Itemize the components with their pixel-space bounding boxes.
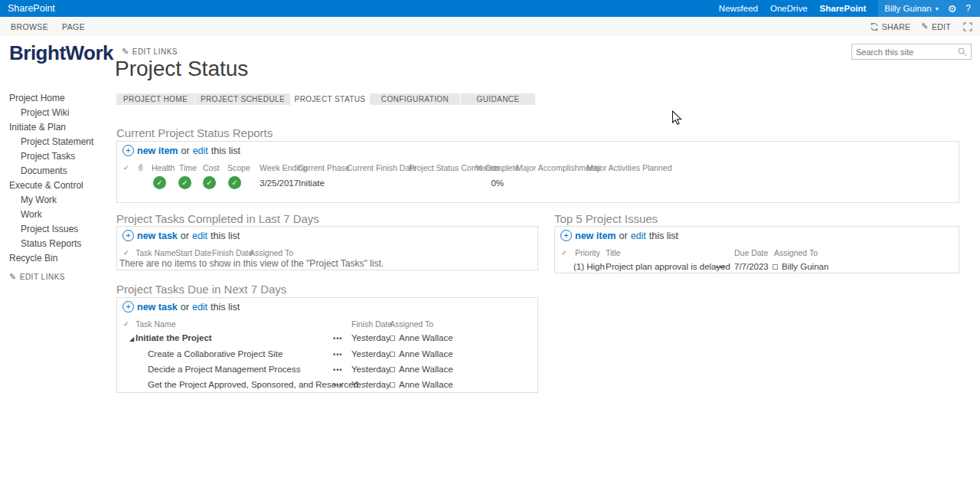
issue-assigned-to[interactable]: Billy Guinan bbox=[773, 262, 828, 271]
sidebar-item-execute-and-control[interactable]: Execute & Control bbox=[0, 178, 115, 193]
item-menu-icon[interactable]: ••• bbox=[333, 351, 342, 358]
edit-list-link[interactable]: edit bbox=[193, 146, 208, 156]
assignee-name[interactable]: Anne Wallace bbox=[399, 349, 453, 358]
task-assigned-to[interactable]: Anne Wallace bbox=[390, 349, 453, 358]
sidebar-item-documents[interactable]: Documents bbox=[0, 164, 115, 178]
task-assigned-to[interactable]: Anne Wallace bbox=[390, 380, 453, 389]
select-all-check-icon[interactable]: ✓ bbox=[561, 249, 567, 257]
task-name[interactable]: Decide a Project Management Process bbox=[148, 365, 300, 374]
column-header-cost[interactable]: Cost bbox=[203, 163, 220, 172]
tab-project-schedule[interactable]: PROJECT SCHEDULE bbox=[195, 93, 290, 105]
suitebar-user-zone: Billy Guinan ▾ ⚙ ? bbox=[878, 0, 980, 17]
column-header-current-finish-date[interactable]: Current Finish Date bbox=[347, 163, 416, 172]
column-header-task-name[interactable]: Task Name bbox=[136, 319, 176, 329]
sidebar-item-my-work[interactable]: My Work bbox=[0, 193, 115, 208]
task-finish-date: Yesterday bbox=[351, 349, 390, 358]
new-task-link[interactable]: new task bbox=[137, 302, 178, 313]
search-icon[interactable] bbox=[957, 47, 967, 57]
column-header-due-date[interactable]: Due Date bbox=[734, 248, 768, 257]
presence-checkbox[interactable] bbox=[390, 382, 395, 388]
sidebar-item-recycle-bin[interactable]: Recycle Bin bbox=[0, 251, 115, 266]
column-header-start-date[interactable]: Start Date bbox=[175, 248, 211, 257]
help-icon[interactable]: ? bbox=[965, 3, 971, 14]
column-header-assigned-to[interactable]: Assigned To bbox=[774, 248, 818, 257]
add-icon[interactable]: + bbox=[122, 145, 134, 156]
column-header-scope[interactable]: Scope bbox=[227, 163, 250, 172]
ribbon-tab-page[interactable]: PAGE bbox=[62, 22, 85, 31]
sidebar-item-project-issues[interactable]: Project Issues bbox=[0, 222, 115, 237]
tab-configuration[interactable]: CONFIGURATION bbox=[370, 93, 460, 105]
column-header-task-name[interactable]: Task Name bbox=[136, 248, 176, 257]
search-input[interactable] bbox=[852, 47, 957, 57]
week-ending-value[interactable]: 3/25/2017 bbox=[260, 178, 299, 188]
edit-links-sidebar[interactable]: ✎ EDIT LINKS bbox=[0, 272, 115, 282]
new-item-link[interactable]: new item bbox=[137, 146, 178, 156]
task-assigned-to[interactable]: Anne Wallace bbox=[390, 365, 453, 374]
task-assigned-to[interactable]: Anne Wallace bbox=[390, 333, 453, 342]
sidebar-item-project-home[interactable]: Project Home bbox=[0, 91, 115, 106]
select-all-check-icon[interactable]: ✓ bbox=[123, 320, 129, 328]
sidebar-item-work[interactable]: Work bbox=[0, 208, 115, 222]
column-header-assigned-to[interactable]: Assigned To bbox=[390, 319, 433, 329]
column-header-priority[interactable]: Priority bbox=[575, 248, 600, 257]
sidebar-item-initiate-and-plan[interactable]: Initiate & Plan bbox=[0, 120, 115, 135]
tab-project-status[interactable]: PROJECT STATUS bbox=[291, 93, 369, 105]
task-name[interactable]: Create a Collaborative Project Site bbox=[148, 349, 283, 358]
item-menu-icon[interactable]: ••• bbox=[333, 366, 342, 374]
new-item-link[interactable]: new item bbox=[575, 231, 616, 241]
site-logo[interactable]: BrightWork bbox=[9, 41, 113, 65]
task-name[interactable]: Initiate the Project bbox=[136, 333, 212, 342]
edit-links-top[interactable]: ✎ EDIT LINKS bbox=[122, 47, 178, 57]
tab-project-home[interactable]: PROJECT HOME bbox=[116, 93, 194, 105]
collapse-triangle-icon[interactable]: ◢ bbox=[129, 336, 134, 342]
sidebar-item-project-tasks[interactable]: Project Tasks bbox=[0, 149, 115, 164]
select-all-check-icon[interactable]: ✓ bbox=[123, 249, 129, 257]
presence-checkbox[interactable] bbox=[390, 352, 395, 357]
focus-on-content-icon[interactable] bbox=[963, 22, 972, 31]
share-button[interactable]: SHARE bbox=[870, 22, 911, 31]
suitebar-link-onedrive[interactable]: OneDrive bbox=[770, 4, 808, 13]
add-icon[interactable]: + bbox=[560, 230, 572, 241]
column-header-finish-date[interactable]: Finish Date bbox=[351, 319, 392, 329]
user-menu[interactable]: Billy Guinan ▾ bbox=[884, 4, 947, 13]
add-icon[interactable]: + bbox=[122, 230, 134, 241]
presence-checkbox[interactable] bbox=[390, 336, 395, 341]
item-menu-icon[interactable]: ••• bbox=[333, 335, 342, 342]
column-header-current-phase[interactable]: Current Phase bbox=[298, 163, 350, 172]
item-menu-icon[interactable]: ••• bbox=[716, 264, 725, 271]
assignee-name[interactable]: Anne Wallace bbox=[399, 380, 453, 389]
column-header-finish-date[interactable]: Finish Date bbox=[212, 248, 253, 257]
edit-list-link[interactable]: edit bbox=[192, 302, 207, 313]
column-header-percent-complete[interactable]: % Complete bbox=[475, 163, 519, 172]
suitebar-link-sharepoint[interactable]: SharePoint bbox=[820, 4, 867, 13]
item-menu-icon[interactable]: ••• bbox=[333, 381, 342, 389]
suitebar-brand[interactable]: SharePoint bbox=[8, 3, 55, 14]
task-name[interactable]: Get the Project Approved, Sponsored, and… bbox=[148, 380, 358, 389]
assignee-name[interactable]: Anne Wallace bbox=[399, 365, 453, 374]
gear-icon[interactable]: ⚙ bbox=[948, 3, 957, 15]
tab-guidance[interactable]: GUIDANCE bbox=[461, 93, 535, 105]
edit-list-link[interactable]: edit bbox=[631, 231, 646, 241]
add-icon[interactable]: + bbox=[122, 301, 134, 313]
issue-title[interactable]: Project plan approval is delayed bbox=[606, 262, 730, 271]
new-task-link[interactable]: new task bbox=[137, 231, 178, 241]
assignee-name[interactable]: Billy Guinan bbox=[782, 262, 828, 271]
edit-list-link[interactable]: edit bbox=[192, 231, 207, 241]
sidebar-item-project-wiki[interactable]: Project Wiki bbox=[0, 106, 115, 120]
column-header-title[interactable]: Title bbox=[606, 248, 620, 257]
presence-checkbox[interactable] bbox=[390, 367, 395, 372]
column-header-major-activities[interactable]: Major Activities Planned bbox=[586, 163, 671, 172]
presence-checkbox[interactable] bbox=[773, 264, 778, 270]
ribbon-tab-browse[interactable]: BROWSE bbox=[11, 22, 48, 31]
select-all-check-icon[interactable]: ✓ bbox=[123, 164, 129, 172]
pencil-icon: ✎ bbox=[921, 21, 929, 31]
sidebar-item-status-reports[interactable]: Status Reports bbox=[0, 237, 115, 251]
column-header-assigned-to[interactable]: Assigned To bbox=[250, 248, 293, 257]
column-header-time[interactable]: Time bbox=[179, 163, 197, 172]
column-header-health[interactable]: Health bbox=[152, 163, 175, 172]
suitebar-link-newsfeed[interactable]: Newsfeed bbox=[719, 4, 758, 13]
sidebar-item-project-statement[interactable]: Project Statement bbox=[0, 135, 115, 149]
section-title-status-reports: Current Project Status Reports bbox=[116, 126, 273, 139]
edit-page-button[interactable]: ✎ EDIT bbox=[921, 21, 951, 31]
assignee-name[interactable]: Anne Wallace bbox=[399, 333, 453, 342]
